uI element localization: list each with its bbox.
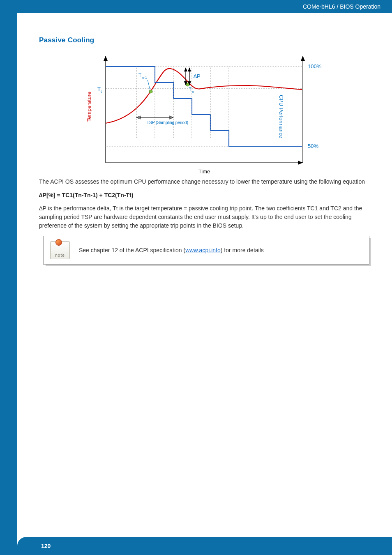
svg-text:t: t <box>101 90 102 94</box>
acpi-link[interactable]: www.acpi.info <box>185 247 221 253</box>
svg-text:50%: 50% <box>308 143 318 149</box>
left-side-bar <box>0 0 17 555</box>
x-axis-label: Time <box>198 168 210 175</box>
footer-strip: 120 <box>17 537 392 555</box>
page-number: 120 <box>41 543 51 549</box>
formula: ∆P[%] = TC1(Tn-Tn-1) + TC2(Tn-Tt) <box>39 192 374 198</box>
note-icon: note <box>50 241 70 259</box>
note-suffix: ) for more details <box>221 247 264 253</box>
svg-line-15 <box>148 80 150 90</box>
svg-text:CPU Performance: CPU Performance <box>278 95 284 138</box>
svg-marker-1 <box>104 56 108 61</box>
svg-point-11 <box>149 90 152 93</box>
svg-marker-3 <box>298 161 303 165</box>
svg-text:T: T <box>138 73 142 78</box>
note-box: note See chapter 12 of the ACPI specific… <box>43 236 369 265</box>
svg-marker-22 <box>188 67 191 71</box>
note-text: See chapter 12 of the ACPI specification… <box>79 247 264 253</box>
note-icon-label: note <box>55 253 65 258</box>
note-prefix: See chapter 12 of the ACPI specification… <box>79 247 185 253</box>
svg-text:∆P: ∆P <box>194 73 201 79</box>
content-area: Passive Cooling T <box>39 36 374 265</box>
chart-container: T t T n-1 T n <box>39 52 374 175</box>
header-strip: COMe-bHL6 / BIOS Operation <box>17 0 392 13</box>
svg-text:T: T <box>189 87 192 92</box>
passive-cooling-chart: T t T n-1 T n <box>81 52 332 175</box>
svg-text:TSP (Sampling period): TSP (Sampling period) <box>147 120 188 125</box>
paragraph-2: ∆P is the performance delta, Tt is the t… <box>39 204 374 230</box>
paragraph-1: The ACPI OS assesses the optimum CPU per… <box>39 177 374 186</box>
svg-text:n-1: n-1 <box>142 76 147 80</box>
page: COMe-bHL6 / BIOS Operation Passive Cooli… <box>0 0 392 555</box>
breadcrumb: COMe-bHL6 / BIOS Operation <box>303 3 380 10</box>
svg-text:Temperature: Temperature <box>86 92 92 122</box>
svg-text:100%: 100% <box>308 63 322 69</box>
svg-text:n: n <box>192 90 194 94</box>
pin-icon <box>55 239 62 246</box>
svg-text:T: T <box>97 86 101 92</box>
section-heading: Passive Cooling <box>39 36 374 44</box>
svg-marker-19 <box>184 67 187 71</box>
svg-marker-5 <box>301 56 305 61</box>
